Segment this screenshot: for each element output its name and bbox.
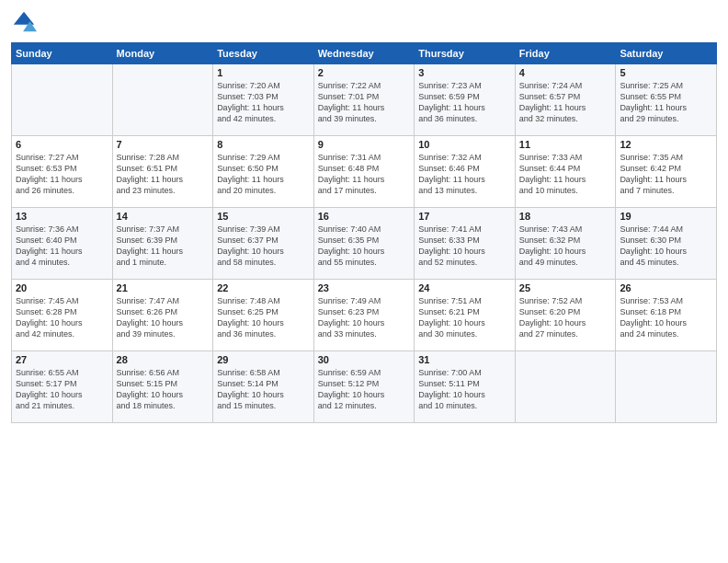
day-number: 24: [418, 282, 511, 293]
day-number: 6: [16, 139, 108, 150]
day-number: 21: [117, 282, 210, 293]
calendar-cell: 9Sunrise: 7:31 AM Sunset: 6:48 PM Daylig…: [313, 136, 415, 208]
day-content: Sunrise: 6:56 AM Sunset: 5:15 PM Dayligh…: [117, 367, 210, 412]
calendar-cell: 16Sunrise: 7:40 AM Sunset: 6:35 PM Dayli…: [313, 208, 415, 280]
day-content: Sunrise: 7:29 AM Sunset: 6:50 PM Dayligh…: [217, 152, 310, 197]
day-number: 20: [16, 282, 108, 293]
calendar-cell: 27Sunrise: 6:55 AM Sunset: 5:17 PM Dayli…: [12, 351, 113, 423]
calendar-cell: 15Sunrise: 7:39 AM Sunset: 6:37 PM Dayli…: [213, 208, 314, 280]
day-number: 23: [318, 282, 411, 293]
calendar-week-row: 27Sunrise: 6:55 AM Sunset: 5:17 PM Dayli…: [12, 351, 717, 423]
day-content: Sunrise: 7:24 AM Sunset: 6:57 PM Dayligh…: [519, 80, 612, 125]
day-number: 29: [217, 354, 310, 365]
day-number: 2: [318, 67, 411, 78]
day-content: Sunrise: 7:49 AM Sunset: 6:23 PM Dayligh…: [318, 295, 411, 340]
calendar-cell: 18Sunrise: 7:43 AM Sunset: 6:32 PM Dayli…: [515, 208, 616, 280]
day-number: 22: [217, 282, 310, 293]
calendar-cell: 25Sunrise: 7:52 AM Sunset: 6:20 PM Dayli…: [515, 280, 616, 351]
day-number: 14: [117, 211, 210, 222]
calendar-cell: 7Sunrise: 7:28 AM Sunset: 6:51 PM Daylig…: [112, 136, 213, 208]
day-content: Sunrise: 7:35 AM Sunset: 6:42 PM Dayligh…: [620, 152, 712, 197]
calendar-cell: 14Sunrise: 7:37 AM Sunset: 6:39 PM Dayli…: [112, 208, 213, 280]
calendar-week-row: 20Sunrise: 7:45 AM Sunset: 6:28 PM Dayli…: [12, 280, 717, 351]
day-content: Sunrise: 7:33 AM Sunset: 6:44 PM Dayligh…: [519, 152, 612, 197]
day-content: Sunrise: 7:23 AM Sunset: 6:59 PM Dayligh…: [418, 80, 511, 125]
calendar-cell: 23Sunrise: 7:49 AM Sunset: 6:23 PM Dayli…: [313, 280, 415, 351]
day-number: 1: [217, 67, 310, 78]
day-number: 10: [418, 139, 511, 150]
day-content: Sunrise: 7:40 AM Sunset: 6:35 PM Dayligh…: [318, 224, 411, 269]
day-content: Sunrise: 6:59 AM Sunset: 5:12 PM Dayligh…: [318, 367, 411, 412]
day-content: Sunrise: 7:48 AM Sunset: 6:25 PM Dayligh…: [217, 295, 310, 340]
header: [11, 9, 717, 35]
day-number: 13: [16, 211, 108, 222]
calendar-cell: 19Sunrise: 7:44 AM Sunset: 6:30 PM Dayli…: [616, 208, 717, 280]
calendar-cell: 11Sunrise: 7:33 AM Sunset: 6:44 PM Dayli…: [515, 136, 616, 208]
day-number: 25: [519, 282, 612, 293]
calendar-cell: [616, 351, 717, 423]
day-number: 11: [519, 139, 612, 150]
calendar-cell: 29Sunrise: 6:58 AM Sunset: 5:14 PM Dayli…: [213, 351, 314, 423]
calendar-cell: 6Sunrise: 7:27 AM Sunset: 6:53 PM Daylig…: [12, 136, 113, 208]
weekday-header-cell: Thursday: [415, 43, 516, 64]
day-content: Sunrise: 7:22 AM Sunset: 7:01 PM Dayligh…: [318, 80, 411, 125]
day-number: 9: [318, 139, 411, 150]
day-content: Sunrise: 6:55 AM Sunset: 5:17 PM Dayligh…: [16, 367, 108, 412]
calendar-cell: 10Sunrise: 7:32 AM Sunset: 6:46 PM Dayli…: [415, 136, 516, 208]
day-content: Sunrise: 7:20 AM Sunset: 7:03 PM Dayligh…: [217, 80, 310, 125]
day-number: 30: [318, 354, 411, 365]
calendar-cell: 8Sunrise: 7:29 AM Sunset: 6:50 PM Daylig…: [213, 136, 314, 208]
calendar-cell: 20Sunrise: 7:45 AM Sunset: 6:28 PM Dayli…: [12, 280, 113, 351]
day-content: Sunrise: 7:39 AM Sunset: 6:37 PM Dayligh…: [217, 224, 310, 269]
page-container: SundayMondayTuesdayWednesdayThursdayFrid…: [0, 0, 728, 431]
calendar-table: SundayMondayTuesdayWednesdayThursdayFrid…: [11, 42, 717, 423]
calendar-cell: 2Sunrise: 7:22 AM Sunset: 7:01 PM Daylig…: [313, 64, 415, 136]
day-number: 5: [620, 67, 712, 78]
calendar-cell: 26Sunrise: 7:53 AM Sunset: 6:18 PM Dayli…: [616, 280, 717, 351]
calendar-cell: 31Sunrise: 7:00 AM Sunset: 5:11 PM Dayli…: [415, 351, 516, 423]
day-number: 16: [318, 211, 411, 222]
day-number: 31: [418, 354, 511, 365]
day-content: Sunrise: 7:47 AM Sunset: 6:26 PM Dayligh…: [117, 295, 210, 340]
calendar-cell: [515, 351, 616, 423]
logo-icon: [11, 9, 37, 35]
day-content: Sunrise: 7:52 AM Sunset: 6:20 PM Dayligh…: [519, 295, 612, 340]
day-content: Sunrise: 7:27 AM Sunset: 6:53 PM Dayligh…: [16, 152, 108, 197]
svg-marker-0: [14, 12, 34, 25]
day-number: 8: [217, 139, 310, 150]
day-number: 17: [418, 211, 511, 222]
calendar-cell: 4Sunrise: 7:24 AM Sunset: 6:57 PM Daylig…: [515, 64, 616, 136]
calendar-cell: [112, 64, 213, 136]
calendar-cell: 13Sunrise: 7:36 AM Sunset: 6:40 PM Dayli…: [12, 208, 113, 280]
day-number: 12: [620, 139, 712, 150]
day-number: 3: [418, 67, 511, 78]
calendar-week-row: 1Sunrise: 7:20 AM Sunset: 7:03 PM Daylig…: [12, 64, 717, 136]
weekday-header-cell: Tuesday: [213, 43, 314, 64]
day-number: 15: [217, 211, 310, 222]
day-content: Sunrise: 7:32 AM Sunset: 6:46 PM Dayligh…: [418, 152, 511, 197]
day-content: Sunrise: 7:00 AM Sunset: 5:11 PM Dayligh…: [418, 367, 511, 412]
calendar-cell: 28Sunrise: 6:56 AM Sunset: 5:15 PM Dayli…: [112, 351, 213, 423]
calendar-cell: 5Sunrise: 7:25 AM Sunset: 6:55 PM Daylig…: [616, 64, 717, 136]
day-content: Sunrise: 7:37 AM Sunset: 6:39 PM Dayligh…: [117, 224, 210, 269]
weekday-header-row: SundayMondayTuesdayWednesdayThursdayFrid…: [12, 43, 717, 64]
weekday-header-cell: Monday: [112, 43, 213, 64]
weekday-header-cell: Sunday: [12, 43, 113, 64]
day-content: Sunrise: 7:43 AM Sunset: 6:32 PM Dayligh…: [519, 224, 612, 269]
day-number: 18: [519, 211, 612, 222]
day-number: 19: [620, 211, 712, 222]
calendar-cell: 21Sunrise: 7:47 AM Sunset: 6:26 PM Dayli…: [112, 280, 213, 351]
calendar-week-row: 13Sunrise: 7:36 AM Sunset: 6:40 PM Dayli…: [12, 208, 717, 280]
calendar-cell: 30Sunrise: 6:59 AM Sunset: 5:12 PM Dayli…: [313, 351, 415, 423]
day-number: 4: [519, 67, 612, 78]
day-content: Sunrise: 7:28 AM Sunset: 6:51 PM Dayligh…: [117, 152, 210, 197]
day-number: 7: [117, 139, 210, 150]
weekday-header-cell: Friday: [515, 43, 616, 64]
day-content: Sunrise: 7:53 AM Sunset: 6:18 PM Dayligh…: [620, 295, 712, 340]
day-content: Sunrise: 7:41 AM Sunset: 6:33 PM Dayligh…: [418, 224, 511, 269]
calendar-cell: 24Sunrise: 7:51 AM Sunset: 6:21 PM Dayli…: [415, 280, 516, 351]
day-content: Sunrise: 7:25 AM Sunset: 6:55 PM Dayligh…: [620, 80, 712, 125]
calendar-body: 1Sunrise: 7:20 AM Sunset: 7:03 PM Daylig…: [12, 64, 717, 423]
calendar-cell: 17Sunrise: 7:41 AM Sunset: 6:33 PM Dayli…: [415, 208, 516, 280]
day-content: Sunrise: 7:44 AM Sunset: 6:30 PM Dayligh…: [620, 224, 712, 269]
